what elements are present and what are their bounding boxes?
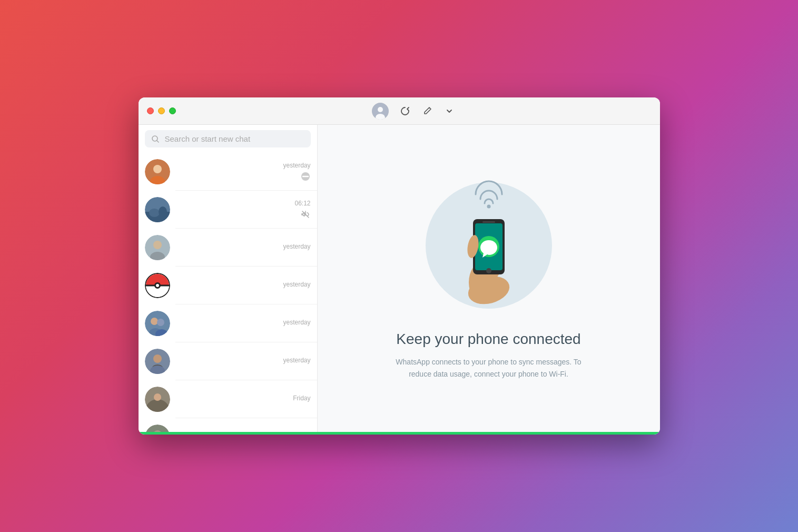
svg-point-13 <box>159 206 167 217</box>
illustration <box>420 177 557 314</box>
dropdown-button[interactable] <box>444 105 455 117</box>
chat-info: Friday <box>176 395 311 404</box>
chat-item[interactable]: Friday <box>139 418 317 432</box>
profile-avatar-svg <box>372 103 389 120</box>
main-content: yesterday <box>139 125 660 432</box>
svg-point-16 <box>153 241 162 249</box>
avatar <box>145 311 170 336</box>
avatar <box>145 425 170 432</box>
panel-title: Keep your phone connected <box>396 331 580 348</box>
chat-info: 06:12 <box>176 200 311 220</box>
chat-meta: Friday <box>176 395 311 402</box>
maximize-button[interactable] <box>169 107 176 114</box>
muted-badge <box>300 209 311 220</box>
chat-meta: yesterday <box>176 243 311 250</box>
chat-time: yesterday <box>283 243 310 250</box>
title-bar-center <box>176 103 652 120</box>
chat-item[interactable]: yesterday <box>139 229 317 267</box>
chat-info: yesterday <box>176 357 311 366</box>
chevron-down-icon <box>445 107 454 115</box>
chat-item[interactable]: yesterday <box>139 342 317 380</box>
chat-item[interactable]: yesterday <box>139 267 317 304</box>
search-icon <box>151 135 160 143</box>
chat-meta: yesterday <box>176 281 311 288</box>
avatar <box>145 159 170 184</box>
blocked-badge <box>300 171 311 182</box>
svg-point-33 <box>487 205 490 209</box>
chat-time: yesterday <box>283 357 310 364</box>
search-bar <box>139 125 317 153</box>
chat-time: yesterday <box>283 319 310 326</box>
chat-item[interactable]: yesterday <box>139 304 317 342</box>
traffic-lights <box>147 107 176 114</box>
chat-meta: yesterday <box>176 357 311 364</box>
chat-meta: 06:12 <box>176 200 311 207</box>
compose-icon <box>422 106 432 116</box>
avatar <box>145 235 170 260</box>
chat-list: yesterday <box>139 153 317 432</box>
chat-meta: yesterday <box>176 162 311 169</box>
svg-point-24 <box>153 354 162 363</box>
svg-point-5 <box>153 165 162 173</box>
panel-subtitle: WhatsApp connects to your phone to sync … <box>389 356 589 380</box>
svg-rect-43 <box>482 221 495 223</box>
avatar <box>145 197 170 222</box>
chat-time: yesterday <box>283 281 310 288</box>
minimize-button[interactable] <box>158 107 165 114</box>
chat-info: yesterday <box>176 162 311 182</box>
chat-preview-row <box>176 209 311 220</box>
chat-info: yesterday <box>176 243 311 252</box>
refresh-button[interactable] <box>399 105 411 117</box>
chat-item[interactable]: Friday <box>139 380 317 418</box>
close-button[interactable] <box>147 107 154 114</box>
chat-info: yesterday <box>176 319 311 328</box>
bottom-bar <box>139 432 660 435</box>
phone-illustration <box>420 177 557 314</box>
app-window: yesterday <box>139 97 660 435</box>
chat-time: 06:12 <box>294 200 310 207</box>
avatar <box>145 349 170 374</box>
right-panel: Keep your phone connected WhatsApp conne… <box>318 125 660 432</box>
pokeball-avatar <box>145 273 170 298</box>
chat-item[interactable]: 06:12 <box>139 191 317 229</box>
chat-time: yesterday <box>283 162 310 169</box>
sidebar: yesterday <box>139 125 318 432</box>
chat-preview-row <box>176 171 311 182</box>
svg-point-19 <box>151 318 158 325</box>
chat-item[interactable]: yesterday <box>139 153 317 191</box>
search-input-wrapper[interactable] <box>145 130 311 147</box>
title-bar <box>139 97 660 125</box>
compose-button[interactable] <box>421 105 433 117</box>
refresh-icon <box>400 106 410 116</box>
avatar <box>145 273 170 298</box>
svg-point-1 <box>378 107 383 112</box>
svg-point-29 <box>154 393 161 401</box>
chat-info: yesterday <box>176 281 311 290</box>
svg-point-20 <box>157 319 164 326</box>
search-input[interactable] <box>165 134 304 143</box>
profile-avatar[interactable] <box>372 103 389 120</box>
svg-point-12 <box>149 209 160 217</box>
chat-meta: yesterday <box>176 319 311 326</box>
svg-point-44 <box>486 268 491 273</box>
chat-time: Friday <box>293 395 310 402</box>
avatar <box>145 387 170 412</box>
